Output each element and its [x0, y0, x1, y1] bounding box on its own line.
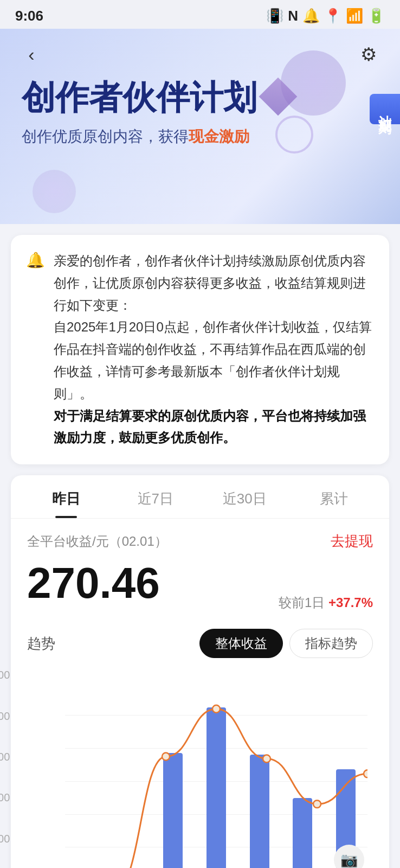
earnings-change-value: +37.7% [328, 595, 373, 610]
back-button[interactable]: ‹ [15, 38, 48, 71]
earnings-row: 270.46 较前1日 +37.7% [27, 559, 373, 611]
alarm-icon: 🔔 [302, 8, 320, 24]
bell-icon: 🔔 [26, 251, 45, 269]
trend-label: 趋势 [27, 634, 55, 653]
bar-5 [293, 798, 312, 868]
plan-rules-badge[interactable]: 计划规则 [370, 94, 400, 124]
trend-header: 趋势 整体收益 指标趋势 [27, 629, 373, 658]
hero-subtitle: 创作优质原创内容，获得现金激励 [22, 126, 384, 147]
earnings-label: 全平台收益/元（02.01） [27, 533, 167, 550]
bar-group-5 [281, 674, 325, 868]
notification-header: 🔔 亲爱的创作者，创作者伙伴计划持续激励原创优质内容创作，让优质原创内容获得更多… [26, 250, 374, 449]
tabs: 昨日 近7日 近30日 累计 [11, 475, 389, 519]
trend-section: 趋势 整体收益 指标趋势 500 400 300 200 100 0 [11, 620, 389, 868]
earnings-section: 全平台收益/元（02.01） 去提现 270.46 较前1日 +37.7% [11, 519, 389, 620]
notification-text: 亲爱的创作者，创作者伙伴计划持续激励原创优质内容创作，让优质原创内容获得更多收益… [54, 250, 374, 449]
tab-yesterday[interactable]: 昨日 [22, 475, 111, 518]
chart-area: 1.26 1.27 1.28 1.29 1.30 1.31 2.1 [65, 674, 367, 868]
y-label-400: 400 [0, 710, 10, 723]
earnings-change: 较前1日 +37.7% [279, 594, 373, 611]
location-icon: 📍 [324, 8, 341, 24]
bar-3 [207, 707, 226, 868]
withdraw-button[interactable]: 去提现 [331, 532, 373, 551]
status-time: 9:06 [15, 8, 43, 24]
bar-group-6 [324, 674, 367, 868]
bar-group-4 [238, 674, 281, 868]
y-axis: 500 400 300 200 100 0 [0, 669, 10, 868]
bar-group-2 [151, 674, 195, 868]
y-label-500: 500 [0, 669, 10, 681]
tab-7days[interactable]: 近7日 [111, 475, 201, 518]
bar-group-0 [65, 674, 108, 868]
notification-card: 🔔 亲爱的创作者，创作者伙伴计划持续激励原创优质内容创作，让优质原创内容获得更多… [11, 235, 389, 464]
bar-group-1 [108, 674, 152, 868]
hero-subtitle-highlight: 现金激励 [189, 128, 249, 145]
settings-button[interactable]: ⚙ [352, 38, 385, 71]
notification-main-text: 亲爱的创作者，创作者伙伴计划持续激励原创优质内容创作，让优质原创内容获得更多收益… [54, 253, 372, 401]
y-label-300: 300 [0, 751, 10, 763]
status-icons: 📳 N 🔔 📍 📶 🔋 [266, 8, 385, 24]
y-label-100: 100 [0, 833, 10, 845]
earnings-amount: 270.46 [27, 559, 160, 607]
bar-4 [250, 755, 269, 868]
battery-icon: 🔋 [367, 8, 385, 24]
bars-area [65, 674, 367, 868]
earnings-header: 全平台收益/元（02.01） 去提现 [27, 532, 373, 551]
hero-title: 创作者伙伴计划 [22, 78, 384, 118]
hero-subtitle-normal: 创作优质原创内容，获得 [22, 128, 189, 145]
overall-earnings-btn[interactable]: 整体收益 [199, 629, 283, 658]
bar-2 [163, 753, 183, 868]
tab-total[interactable]: 累计 [289, 475, 379, 518]
indicator-trend-btn[interactable]: 指标趋势 [289, 629, 373, 658]
notification-icon: 📳 [266, 8, 283, 24]
signal-icon: 📶 [346, 8, 363, 24]
nfc-icon: N [288, 8, 298, 24]
trend-buttons: 整体收益 指标趋势 [199, 629, 373, 658]
y-label-200: 200 [0, 792, 10, 804]
status-bar: 9:06 📳 N 🔔 📍 📶 🔋 [0, 0, 400, 29]
nav-bar: ‹ ⚙ [0, 31, 400, 77]
chart-container: 500 400 300 200 100 0 [27, 669, 373, 868]
tab-30days[interactable]: 近30日 [200, 475, 289, 518]
notification-bold-text: 对于满足结算要求的原创优质内容，平台也将持续加强激励力度，鼓励更多优质创作。 [54, 409, 366, 445]
stats-card: 昨日 近7日 近30日 累计 全平台收益/元（02.01） 去提现 270.46… [11, 475, 389, 868]
earnings-change-label: 较前1日 [279, 595, 325, 610]
bar-group-3 [195, 674, 238, 868]
